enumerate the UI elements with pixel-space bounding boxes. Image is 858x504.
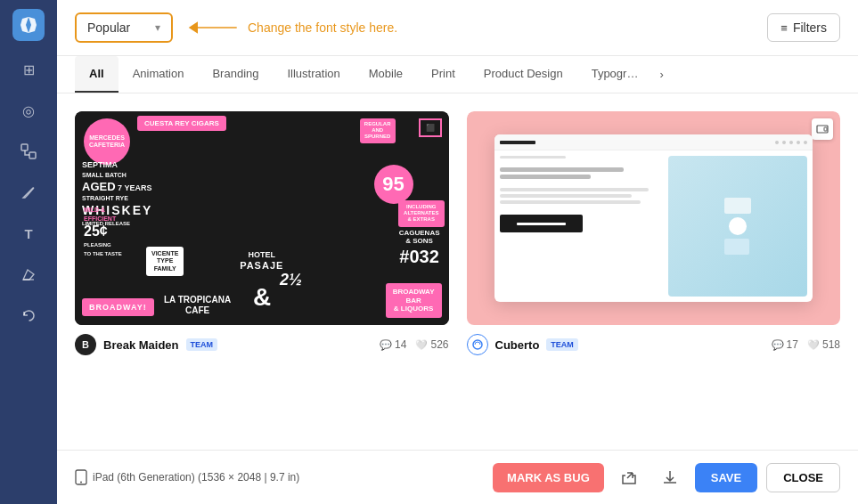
card-avatar-2 [467, 334, 488, 355]
card-stats-1: 💬 14 🤍 526 [380, 338, 448, 351]
download-button[interactable] [654, 461, 686, 493]
tab-animation[interactable]: Animation [118, 56, 199, 93]
circle-icon[interactable]: ◎ [16, 98, 41, 123]
comment-icon-2: 💬 [772, 339, 784, 351]
card-image-1: MERCEDES CAFETERIA CUESTA REY CIGARS REG… [75, 111, 449, 325]
svg-rect-1 [29, 152, 36, 159]
website-mockup [494, 134, 813, 301]
comments-stat-1: 💬 14 [380, 338, 406, 351]
font-style-value: Popular [87, 20, 130, 35]
tabs-chevron-icon[interactable]: › [652, 57, 670, 92]
download-icon [662, 469, 678, 485]
card-name-1: Break Maiden [103, 338, 179, 352]
comments-stat-2: 💬 17 [772, 338, 798, 351]
eraser-icon[interactable] [16, 262, 41, 287]
tab-print[interactable]: Print [417, 56, 470, 93]
mark-as-bug-button[interactable]: MARK AS BUG [493, 463, 604, 492]
card-cuberto[interactable]: Cuberto TEAM 💬 17 🤍 518 [467, 111, 841, 432]
team-badge-2: TEAM [546, 338, 578, 351]
svg-point-9 [80, 482, 82, 484]
undo-icon[interactable] [16, 303, 41, 328]
topbar: Popular ▾ Change the font style here. ≡ … [57, 0, 858, 56]
tab-branding[interactable]: Branding [198, 56, 273, 93]
device-label: iPad (6th Generation) (1536 × 2048 | 9.7… [93, 471, 299, 484]
card-break-maiden[interactable]: MERCEDES CAFETERIA CUESTA REY CIGARS REG… [75, 111, 449, 432]
device-icon [75, 469, 87, 485]
share-icon [621, 469, 637, 485]
annotation: Change the font style here. [187, 17, 397, 38]
text-icon[interactable]: T [16, 221, 41, 246]
app-logo[interactable] [12, 9, 45, 41]
annotation-text: Change the font style here. [248, 20, 397, 35]
save-button[interactable]: SAVE [695, 463, 757, 492]
pen-icon[interactable] [16, 180, 41, 205]
cards-grid: MERCEDES CAFETERIA CUESTA REY CIGARS REG… [57, 93, 858, 450]
main-content: Popular ▾ Change the font style here. ≡ … [57, 0, 858, 504]
share-button[interactable] [613, 461, 645, 493]
card-info-2: Cuberto TEAM 💬 17 🤍 518 [467, 325, 841, 359]
annotation-arrow-icon [187, 17, 241, 38]
card-overlay-icon [812, 118, 833, 140]
font-style-dropdown[interactable]: Popular ▾ [75, 12, 173, 43]
device-info: iPad (6th Generation) (1536 × 2048 | 9.7… [75, 469, 299, 485]
like-icon-1: 🤍 [415, 339, 428, 351]
filters-label: Filters [793, 20, 827, 35]
card-stats-2: 💬 17 🤍 518 [772, 338, 840, 351]
dropdown-arrow-icon: ▾ [155, 21, 160, 34]
svg-rect-6 [824, 127, 827, 131]
team-badge-1: TEAM [186, 338, 218, 351]
grid-icon[interactable]: ⊞ [16, 57, 41, 82]
card-info-1: B Break Maiden TEAM 💬 14 🤍 526 [75, 325, 449, 359]
tab-mobile[interactable]: Mobile [355, 56, 417, 93]
bottombar-actions: MARK AS BUG SAVE CLOSE [493, 461, 840, 493]
svg-rect-5 [817, 126, 828, 133]
svg-marker-2 [23, 270, 34, 280]
sidebar: ⊞ ◎ T [0, 0, 57, 504]
card-avatar-1: B [75, 334, 96, 355]
card-name-2: Cuberto [495, 338, 540, 352]
comment-icon-1: 💬 [380, 339, 392, 351]
tab-product-design[interactable]: Product Design [470, 56, 577, 93]
card-image-2 [467, 111, 841, 325]
likes-stat-2: 🤍 518 [807, 338, 840, 351]
collage-artwork: MERCEDES CAFETERIA CUESTA REY CIGARS REG… [75, 111, 449, 325]
svg-rect-0 [21, 144, 28, 150]
tab-illustration[interactable]: Illustration [273, 56, 354, 93]
filters-icon: ≡ [780, 21, 788, 35]
tab-all[interactable]: All [75, 56, 118, 93]
like-icon-2: 🤍 [807, 339, 820, 351]
bottombar: iPad (6th Generation) (1536 × 2048 | 9.7… [57, 450, 858, 504]
category-tabs: All Animation Branding Illustration Mobi… [57, 56, 858, 93]
filters-button[interactable]: ≡ Filters [767, 13, 840, 42]
tab-typography[interactable]: Typogr… [577, 56, 653, 93]
likes-stat-1: 🤍 526 [415, 338, 448, 351]
transform-icon[interactable] [16, 139, 41, 164]
close-button[interactable]: CLOSE [766, 463, 840, 492]
